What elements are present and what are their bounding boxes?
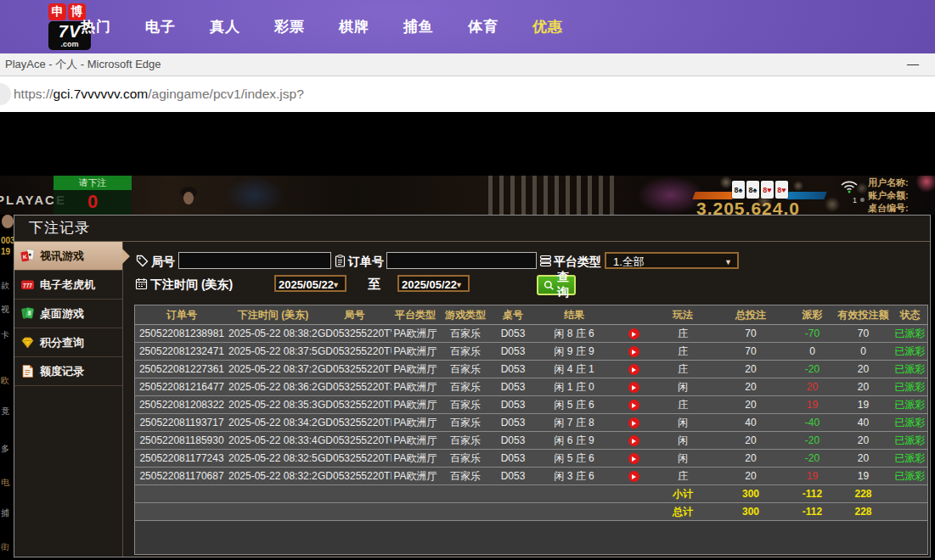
date-from-select[interactable]: 2025/05/22 ▼ — [274, 275, 346, 292]
total-payout: -112 — [789, 503, 836, 521]
play-icon — [632, 456, 636, 462]
cell-payout: -20 — [789, 450, 836, 468]
cell-order: 250522081216477 — [135, 378, 228, 396]
cell-payout: 20 — [789, 378, 836, 396]
sidebar-item-credit-records[interactable]: 额度记录 — [14, 357, 122, 386]
nav-item-fishing[interactable]: 捕鱼 — [403, 17, 434, 36]
order-number-input[interactable] — [386, 252, 537, 269]
sidebar: ♠ K 视讯游戏 777 电子老虎机 — [14, 242, 123, 557]
col-total-bet: 总投注 — [713, 305, 789, 325]
date-from-value: 2025/05/22 — [279, 278, 334, 291]
card-8-spades: 8♠ — [732, 181, 745, 199]
minimize-button[interactable]: — — [901, 53, 925, 74]
window-titlebar: PlayAce - 个人 - Microsoft Edge — — [0, 53, 935, 76]
cell-table: D053 — [492, 378, 534, 396]
cell-bet-side: 庄 — [653, 396, 713, 414]
cell-round: GD053255220TR — [318, 396, 391, 414]
cell-total-bet: 40 — [713, 414, 789, 432]
cell-payout: -20 — [789, 432, 836, 450]
playing-cards-icon: ♠ K — [20, 249, 35, 263]
left-edge-fragments: 00319款视卡欧竟多电捕街 — [0, 112, 14, 560]
cell-payout: -20 — [789, 361, 836, 378]
nav-item-hot[interactable]: 热门 — [81, 17, 111, 36]
col-payout: 派彩 — [789, 305, 836, 325]
cell-play-video — [614, 450, 653, 468]
calendar-icon — [135, 277, 148, 294]
background-fragment: 街 — [1, 541, 9, 553]
background-fragment: 003 — [1, 236, 14, 245]
main-menu: 热门 电子 真人 彩票 棋牌 捕鱼 体育 优惠 — [81, 0, 563, 53]
round-number-input[interactable] — [178, 252, 331, 269]
play-video-button[interactable] — [628, 328, 639, 339]
cell-game: 百家乐 — [439, 450, 492, 468]
cell-valid-bet: 20 — [836, 432, 891, 450]
background-fragment: 欧 — [1, 375, 9, 387]
cell-platform: PA欧洲厅 — [391, 396, 439, 414]
play-video-button[interactable] — [628, 346, 639, 357]
cell-order: 250522081238981 — [135, 325, 228, 343]
bet-table-row: 2505220812324712025-05-22 08:37:51GD0532… — [135, 343, 928, 361]
cell-result: 闲 8 庄 6 — [534, 325, 614, 343]
cell-result: 闲 4 庄 1 — [534, 361, 614, 378]
cell-round: GD053255220TV — [318, 325, 391, 343]
user-name-label: 用户名称: — [868, 176, 909, 189]
cell-time: 2025-05-22 08:33:43 — [228, 432, 318, 450]
stream-quality-dot — [860, 198, 865, 202]
cell-valid-bet: 40 — [836, 414, 891, 432]
sidebar-item-table-games[interactable]: $ 桌面游戏 — [14, 300, 122, 328]
subtotal-row: 小计300-112228 — [135, 485, 928, 503]
cell-time: 2025-05-22 08:32:22 — [228, 468, 318, 485]
subtotal-payout: -112 — [789, 485, 836, 503]
sidebar-item-slots[interactable]: 777 电子老虎机 — [14, 271, 122, 300]
bet-records-modal: 下注记录 ♠ K 视讯游戏 777 电子老虎机 — [14, 215, 931, 557]
nav-item-live[interactable]: 真人 — [210, 17, 240, 36]
cell-total-bet: 20 — [713, 361, 789, 378]
cell-time: 2025-05-22 08:37:23 — [228, 361, 318, 378]
play-video-button[interactable] — [628, 382, 639, 393]
play-video-button[interactable] — [628, 417, 639, 428]
search-button[interactable]: 查询 — [537, 275, 576, 295]
cell-play-video — [614, 414, 653, 432]
date-to-select[interactable]: 2025/05/22 ▼ — [397, 275, 470, 292]
svg-text:777: 777 — [23, 283, 32, 288]
url-text: https://gci.7vvvvvv.com/agingame/pcv1/in… — [14, 76, 304, 112]
play-video-button[interactable] — [628, 453, 639, 464]
sidebar-label: 桌面游戏 — [40, 306, 84, 322]
cell-play-video — [614, 343, 653, 361]
cell-status: 已派彩 — [891, 450, 928, 468]
blue-glow — [225, 176, 284, 215]
bet-time-label: 下注时间 (美东) — [150, 275, 233, 294]
play-icon — [632, 332, 636, 337]
bet-countdown: 0 — [54, 190, 132, 215]
address-bar[interactable]: https://gci.7vvvvvv.com/agingame/pcv1/in… — [0, 76, 935, 112]
play-video-button[interactable] — [628, 471, 639, 482]
sidebar-item-video-games[interactable]: ♠ K 视讯游戏 — [14, 242, 122, 271]
platform-type-select[interactable]: 1.全部 ▼ — [605, 252, 739, 269]
col-order: 订单号 — [135, 305, 228, 325]
sidebar-item-points-query[interactable]: 积分查询 — [14, 328, 122, 357]
nav-item-promos[interactable]: 优惠 — [532, 17, 563, 36]
nav-item-board[interactable]: 棋牌 — [339, 17, 369, 36]
cell-total-bet: 20 — [713, 378, 789, 396]
background-fragment: 款 — [1, 280, 9, 292]
stream-quality-label: 1 — [853, 196, 857, 204]
cell-valid-bet: 19 — [836, 468, 891, 485]
dealer-face — [183, 192, 194, 204]
nav-item-sports[interactable]: 体育 — [468, 17, 498, 36]
nav-item-slots[interactable]: 电子 — [145, 17, 176, 36]
nav-item-lottery[interactable]: 彩票 — [274, 17, 305, 36]
play-video-button[interactable] — [628, 364, 639, 375]
slot-777-icon: 777 — [20, 277, 35, 292]
cell-total-bet: 70 — [713, 343, 789, 361]
table-games-icon: $ — [20, 306, 35, 321]
play-video-button[interactable] — [628, 435, 639, 446]
table-number-label: 桌台编号: — [868, 202, 909, 215]
cell-total-bet: 20 — [713, 450, 789, 468]
table-header-row: 订单号 下注时间 (美东) 局号 平台类型 游戏类型 桌号 结果 玩法 总投注 … — [135, 305, 928, 325]
pot-amount: 3,205,624.0 — [696, 199, 800, 215]
play-video-button[interactable] — [628, 400, 639, 411]
sidebar-label: 电子老虎机 — [40, 277, 95, 293]
modal-content: 局号 订单号 平台类型 1.全部 ▼ — [123, 242, 930, 557]
total-row: 总计300-112228 — [135, 503, 928, 521]
col-table: 桌号 — [492, 305, 534, 325]
